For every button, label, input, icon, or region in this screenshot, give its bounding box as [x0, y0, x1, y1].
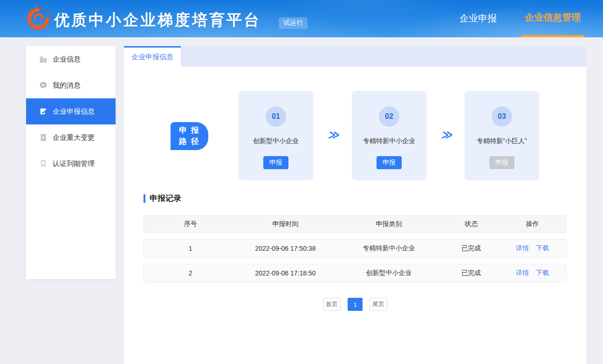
step-number-badge: 03 — [492, 106, 512, 127]
cell-status: 已完成 — [444, 269, 499, 277]
cell-index: 2 — [144, 269, 237, 277]
last-page-button[interactable]: 尾页 — [370, 298, 387, 311]
step-card-specialized-sme: 02 专精特新中小企业 申报 — [352, 91, 426, 180]
cell-index: 1 — [144, 245, 237, 252]
download-link[interactable]: 下载 — [536, 269, 549, 277]
edit-document-icon — [39, 107, 48, 116]
cell-category: 专精特新中小企业 — [334, 244, 444, 253]
cell-actions: 详情 下载 — [499, 244, 566, 253]
records-table: 序号 申报时间 申报类别 状态 操作 1 2022-09-06 17:50:38… — [144, 215, 567, 282]
nav-item-enterprise-info-mgmt[interactable]: 企业信息管理 — [521, 0, 584, 37]
declaration-path-section: 申 报 路 径 01 创新型中小企业 申报 ≫ 02 专精特新中小企业 申报 ≫… — [124, 67, 586, 186]
pagination: 首页 1 尾页 — [144, 298, 567, 311]
table-header-row: 序号 申报时间 申报类别 状态 操作 — [144, 215, 567, 233]
title-accent-bar — [144, 194, 145, 203]
sidebar-item-declaration-info[interactable]: 企业申报信息 — [26, 98, 116, 124]
cell-actions: 详情 下载 — [499, 269, 566, 277]
sidebar-item-my-messages[interactable]: 我的消息 — [26, 72, 116, 98]
step-number-badge: 01 — [266, 106, 286, 127]
bookmark-icon — [39, 159, 48, 168]
current-page-button[interactable]: 1 — [348, 298, 363, 311]
message-icon — [39, 81, 48, 89]
declare-button-step3-disabled: 申报 — [489, 156, 514, 169]
main-content: 申 报 路 径 01 创新型中小企业 申报 ≫ 02 专精特新中小企业 申报 ≫… — [124, 67, 586, 364]
tab-declaration-info[interactable]: 企业申报信息 — [124, 46, 181, 67]
badge-line1: 申 报 — [179, 125, 200, 136]
sidebar-item-label: 认证到期管理 — [53, 159, 95, 168]
sidebar-item-major-changes[interactable]: 企业重大变更 — [26, 124, 116, 151]
detail-link[interactable]: 详情 — [516, 269, 529, 277]
section-title-text: 申报记录 — [150, 193, 181, 204]
tab-bar: 企业申报信息 — [124, 46, 586, 67]
sidebar-item-label: 企业信息 — [53, 55, 81, 64]
step-name: 创新型中小企业 — [253, 137, 299, 145]
declare-button-step2[interactable]: 申报 — [377, 156, 402, 169]
page-title: 优质中小企业梯度培育平台 — [54, 10, 261, 31]
sidebar-item-enterprise-info[interactable]: 企业信息 — [26, 46, 116, 72]
table-row: 1 2022-09-06 17:50:38 专精特新中小企业 已完成 详情 下载 — [144, 239, 567, 258]
step-number-badge: 02 — [379, 106, 399, 127]
table-row: 2 2022-09-06 17:18:50 创新型中小企业 已完成 详情 下载 — [144, 264, 567, 282]
declare-button-step1[interactable]: 申报 — [263, 156, 288, 169]
platform-logo-icon — [26, 6, 51, 31]
badge-line2: 路 径 — [179, 136, 200, 147]
detail-link[interactable]: 详情 — [516, 244, 529, 253]
step-name: 专精特新“小巨人” — [477, 137, 527, 145]
step-card-little-giant: 03 专精特新“小巨人” 申报 — [465, 91, 539, 180]
column-header-actions: 操作 — [499, 220, 566, 228]
column-header-index: 序号 — [144, 220, 237, 228]
app-header: 优质中小企业梯度培育平台 试运行 企业申报 企业信息管理 — [0, 0, 603, 37]
declaration-records-section: 申报记录 序号 申报时间 申报类别 状态 操作 1 2022-09-06 17:… — [124, 193, 586, 311]
column-header-time: 申报时间 — [237, 220, 334, 228]
nav-item-enterprise-declare[interactable]: 企业申报 — [456, 0, 500, 37]
main-panel: 企业申报信息 申 报 路 径 01 创新型中小企业 申报 ≫ 02 专精特新中小… — [124, 46, 586, 364]
download-link[interactable]: 下载 — [536, 244, 549, 253]
sidebar-item-label: 企业申报信息 — [53, 107, 95, 116]
trial-run-badge: 试运行 — [279, 17, 308, 29]
cell-status: 已完成 — [444, 244, 499, 253]
step-arrow-icon: ≫ — [328, 129, 339, 141]
buildings-icon — [39, 55, 48, 63]
column-header-status: 状态 — [444, 220, 499, 228]
first-page-button[interactable]: 首页 — [323, 298, 341, 311]
document-icon — [39, 133, 48, 142]
column-header-category: 申报类别 — [334, 220, 444, 228]
sidebar-item-label: 企业重大变更 — [53, 133, 95, 142]
step-card-innovative-sme: 01 创新型中小企业 申报 — [239, 91, 313, 180]
step-name: 专精特新中小企业 — [363, 137, 415, 145]
step-arrow-icon: ≫ — [441, 129, 452, 141]
section-title: 申报记录 — [144, 193, 567, 204]
sidebar-item-cert-expiry[interactable]: 认证到期管理 — [26, 151, 116, 177]
cell-time: 2022-09-06 17:50:38 — [237, 245, 334, 252]
top-nav: 企业申报 企业信息管理 — [456, 0, 584, 37]
sidebar: 企业信息 我的消息 企业申报信息 企业重大变更 认证到期管理 — [26, 46, 116, 279]
cell-time: 2022-09-06 17:18:50 — [237, 269, 334, 277]
cell-category: 创新型中小企业 — [334, 269, 444, 277]
declaration-path-badge: 申 报 路 径 — [171, 122, 208, 150]
sidebar-item-label: 我的消息 — [53, 81, 81, 90]
